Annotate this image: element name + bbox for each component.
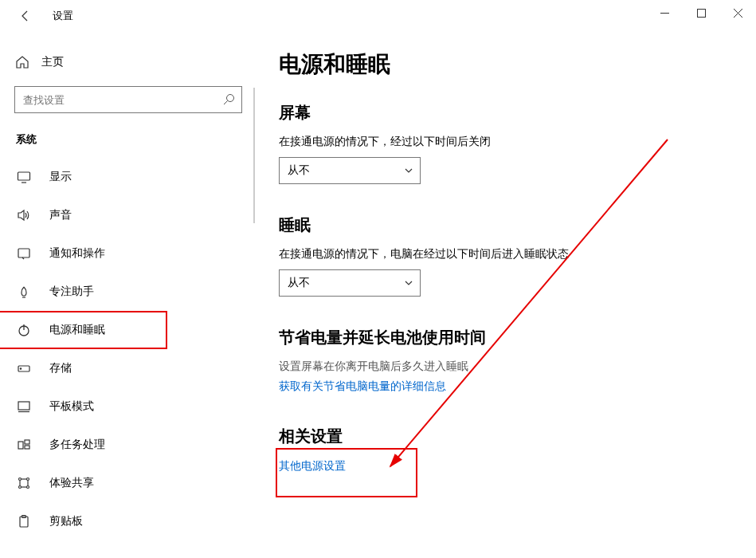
svg-rect-14 (18, 402, 29, 410)
notifications-icon (16, 246, 32, 261)
nav-label: 多任务处理 (49, 438, 105, 452)
sidebar: 主页 系统 显示 声音 通知和操作 专注助手 (0, 32, 255, 558)
storage-icon (16, 360, 32, 376)
screen-timeout-dropdown[interactable]: 从不 (279, 157, 421, 184)
nav-label: 存储 (49, 361, 72, 375)
nav-item-multitask[interactable]: 多任务处理 (0, 426, 255, 464)
nav-label: 平板模式 (49, 399, 94, 414)
related-section-title: 相关设置 (279, 426, 732, 447)
svg-line-5 (224, 101, 228, 105)
page-title: 电源和睡眠 (279, 49, 732, 80)
multitask-icon (16, 437, 32, 453)
nav-label: 声音 (49, 208, 72, 222)
svg-rect-8 (18, 249, 29, 257)
nav-label: 专注助手 (49, 285, 94, 299)
home-label: 主页 (41, 55, 64, 69)
battery-desc: 设置屏幕在你离开电脑后多久进入睡眠 (279, 360, 732, 374)
nav-item-sound[interactable]: 声音 (0, 196, 255, 234)
close-icon (734, 9, 742, 18)
focus-icon (16, 284, 32, 300)
nav-label: 显示 (49, 170, 72, 184)
svg-point-19 (19, 478, 22, 481)
minimize-icon (660, 9, 669, 18)
tablet-icon (16, 399, 32, 415)
svg-point-21 (19, 486, 22, 489)
sound-icon (16, 207, 32, 223)
nav-item-clipboard[interactable]: 剪贴板 (0, 502, 255, 540)
home-nav[interactable]: 主页 (14, 48, 255, 77)
svg-point-4 (227, 95, 234, 102)
nav-item-focus[interactable]: 专注助手 (0, 273, 255, 311)
other-power-link[interactable]: 其他电源设置 (279, 459, 346, 474)
maximize-button[interactable] (683, 0, 719, 26)
nav-label: 电源和睡眠 (49, 323, 105, 337)
svg-point-22 (27, 486, 29, 489)
battery-section-title: 节省电量并延长电池使用时间 (279, 327, 732, 348)
arrow-left-icon (19, 10, 32, 22)
back-button[interactable] (13, 3, 38, 29)
chevron-down-icon (404, 166, 413, 175)
nav-item-storage[interactable]: 存储 (0, 349, 255, 387)
svg-point-13 (20, 368, 21, 369)
search-icon (222, 93, 235, 106)
nav-label: 体验共享 (49, 476, 94, 490)
svg-rect-16 (18, 442, 23, 449)
minimize-button[interactable] (646, 0, 683, 26)
window-title: 设置 (53, 9, 73, 23)
svg-rect-6 (18, 172, 30, 180)
svg-point-20 (27, 478, 29, 481)
sleep-desc: 在接通电源的情况下，电脑在经过以下时间后进入睡眠状态 (279, 247, 732, 261)
chevron-down-icon (404, 278, 413, 288)
battery-info-link[interactable]: 获取有关节省电脑电量的详细信息 (279, 379, 446, 394)
nav-label: 通知和操作 (49, 246, 105, 261)
clipboard-icon (16, 513, 32, 529)
nav-group-label: 系统 (14, 132, 255, 147)
display-icon (16, 169, 32, 185)
screen-desc: 在接通电源的情况下，经过以下时间后关闭 (279, 135, 732, 149)
power-icon (16, 322, 32, 338)
search-input[interactable] (14, 86, 242, 113)
dropdown-value: 从不 (288, 163, 310, 178)
screen-section-title: 屏幕 (279, 102, 732, 124)
window-controls (646, 0, 756, 26)
svg-rect-18 (25, 446, 29, 449)
titlebar: 设置 (0, 0, 756, 32)
sleep-section-title: 睡眠 (279, 214, 732, 236)
nav-item-shared[interactable]: 体验共享 (0, 464, 255, 502)
nav-list: 显示 声音 通知和操作 专注助手 电源和睡眠 存储 (0, 158, 255, 540)
dropdown-value: 从不 (288, 276, 310, 290)
sleep-timeout-dropdown[interactable]: 从不 (279, 269, 421, 297)
nav-item-display[interactable]: 显示 (0, 158, 255, 196)
home-icon (14, 54, 30, 70)
svg-rect-17 (25, 440, 29, 444)
maximize-icon (697, 9, 706, 18)
nav-item-power[interactable]: 电源和睡眠 (0, 311, 167, 349)
search-field[interactable] (23, 94, 222, 106)
close-button[interactable] (719, 0, 756, 26)
nav-label: 剪贴板 (49, 514, 83, 529)
main-panel: 电源和睡眠 屏幕 在接通电源的情况下，经过以下时间后关闭 从不 睡眠 在接通电源… (255, 32, 756, 558)
svg-rect-1 (697, 9, 705, 17)
nav-item-tablet[interactable]: 平板模式 (0, 387, 255, 426)
shared-icon (16, 475, 32, 491)
nav-item-notifications[interactable]: 通知和操作 (0, 234, 255, 273)
